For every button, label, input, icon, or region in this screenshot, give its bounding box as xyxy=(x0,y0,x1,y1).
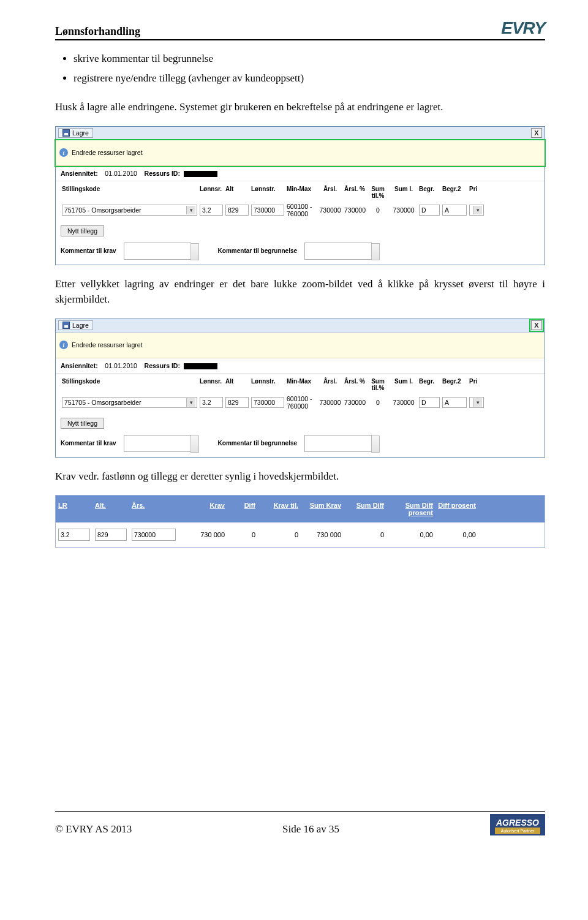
sumdiffp-value: 0,00 xyxy=(386,525,435,545)
sumtil-value: 0 xyxy=(366,397,390,408)
th-sumdiffp[interactable]: Sum Diff prosent xyxy=(386,496,435,522)
ansiennitet-value: 01.01.2010 xyxy=(105,362,137,369)
app-screenshot-2: Lagre X i Endrede ressurser lagret Ansie… xyxy=(55,319,545,458)
th-lonnstr: Lønnstr. xyxy=(250,376,285,393)
column-headers: Stillingskode Lønnsr. Alt Lønnstr. Min-M… xyxy=(56,374,545,393)
bullet-list: skrive kommentar til begrunnelse registr… xyxy=(74,53,545,85)
ars-input[interactable]: 730000 xyxy=(132,529,176,541)
th-diffp[interactable]: Diff prosent xyxy=(435,496,478,522)
save-button[interactable]: Lagre xyxy=(58,128,93,138)
nytt-tillegg-button[interactable]: Nytt tillegg xyxy=(61,418,104,429)
column-headers: Stillingskode Lønnsr. Alt Lønnstr. Min-M… xyxy=(56,181,545,201)
th-suml: Sum l. xyxy=(390,376,418,393)
th-stillingskode: Stillingskode xyxy=(61,184,198,201)
ansiennitet-label: Ansiennitet: xyxy=(61,362,98,369)
ansiennitet-value: 01.01.2010 xyxy=(105,170,137,177)
kommentar-begr-label: Kommentar til begrunnelse xyxy=(218,440,297,447)
nytt-tillegg-button[interactable]: Nytt tillegg xyxy=(61,225,104,236)
th-alt: Alt xyxy=(224,184,250,201)
bullet-item: registrere nye/endre tillegg (avhenger a… xyxy=(74,72,545,85)
stillingskode-select[interactable]: 751705 - Omsorgsarbeider xyxy=(62,205,197,216)
th-begr: Begr. xyxy=(418,184,441,201)
kommentar-begr-label: Kommentar til begrunnelse xyxy=(218,247,297,254)
begr2-input[interactable]: A xyxy=(442,397,467,408)
minmax-value: 600100 - 760000 xyxy=(285,393,317,412)
begr-input[interactable]: D xyxy=(419,397,440,408)
arslp-value: 730000 xyxy=(343,397,366,408)
th-sumdiff[interactable]: Sum Diff xyxy=(344,496,386,522)
lonnsr-input[interactable]: 3.2 xyxy=(200,397,223,408)
save-icon xyxy=(62,322,70,329)
th-arsl: Årsl. xyxy=(317,376,343,393)
lonnstr-input[interactable]: 730000 xyxy=(251,397,284,408)
close-button[interactable]: X xyxy=(531,320,542,330)
th-sumtil: Sum til.% xyxy=(366,184,390,201)
agresso-text: AGRESSO xyxy=(496,818,539,828)
pri-select[interactable] xyxy=(469,205,484,216)
th-sumkrav[interactable]: Sum Krav xyxy=(301,496,344,522)
begr-input[interactable]: D xyxy=(419,205,440,216)
save-button[interactable]: Lagre xyxy=(58,320,93,330)
comment-row: Kommentar til krav Kommentar til begrunn… xyxy=(56,432,545,457)
kommentar-krav-label: Kommentar til krav xyxy=(61,247,116,254)
pri-select[interactable] xyxy=(469,397,484,408)
th-begr2: Begr.2 xyxy=(441,184,468,201)
th-krav[interactable]: Krav xyxy=(178,496,227,522)
diff-value: 0 xyxy=(227,525,258,545)
sumkrav-value: 730 000 xyxy=(301,525,344,545)
info-icon: i xyxy=(59,341,68,349)
begr2-input[interactable]: A xyxy=(442,205,467,216)
message-text: Endrede ressurser lagret xyxy=(72,341,143,349)
agresso-logo: AGRESSO Autorisert Partner xyxy=(490,814,545,835)
bullet-item: skrive kommentar til begrunnelse xyxy=(74,53,545,65)
th-kravtil[interactable]: Krav til. xyxy=(258,496,301,522)
close-button[interactable]: X xyxy=(531,128,542,138)
kommentar-krav-label: Kommentar til krav xyxy=(61,440,116,447)
th-stillingskode: Stillingskode xyxy=(61,376,198,393)
th-minmax: Min-Max xyxy=(285,184,317,201)
kommentar-begr-input[interactable] xyxy=(304,435,372,452)
alt-input[interactable]: 829 xyxy=(225,397,249,408)
kravtil-value: 0 xyxy=(258,525,301,545)
meta-row: Ansiennitet: 01.01.2010 Ressurs ID: xyxy=(56,358,545,374)
alt-input[interactable]: 829 xyxy=(95,529,127,541)
th-ars[interactable]: Års. xyxy=(129,496,178,522)
arsl-value: 730000 xyxy=(317,397,343,408)
minmax-value: 600100 - 760000 xyxy=(285,201,317,219)
ressursid-label: Ressurs ID: xyxy=(145,362,180,369)
comment-row: Kommentar til krav Kommentar til begrunn… xyxy=(56,240,545,265)
save-label: Lagre xyxy=(72,129,89,137)
info-icon: i xyxy=(59,148,68,157)
kommentar-krav-input[interactable] xyxy=(124,243,191,260)
page-number: Side 16 av 35 xyxy=(282,823,339,835)
lonnsr-input[interactable]: 3.2 xyxy=(200,205,223,216)
th-lr[interactable]: LR xyxy=(56,496,92,522)
alt-input[interactable]: 829 xyxy=(225,205,249,216)
th-arslp: Årsl. % xyxy=(343,376,366,393)
meta-row: Ansiennitet: 01.01.2010 Ressurs ID: xyxy=(56,166,545,181)
suml-value: 730000 xyxy=(390,397,418,408)
page-footer: © EVRY AS 2013 Side 16 av 35 AGRESSO Aut… xyxy=(55,811,545,835)
th-minmax: Min-Max xyxy=(285,376,317,393)
sumdiff-value: 0 xyxy=(344,525,386,545)
th-lonnsr: Lønnsr. xyxy=(198,376,224,393)
th-pri: Pri xyxy=(468,184,485,201)
th-diff[interactable]: Diff xyxy=(227,496,258,522)
data-row: 751705 - Omsorgsarbeider 3.2 829 730000 … xyxy=(56,201,545,222)
diffp-value: 0,00 xyxy=(435,525,478,545)
th-begr: Begr. xyxy=(418,376,441,393)
lonnstr-input[interactable]: 730000 xyxy=(251,205,284,216)
th-lonnstr: Lønnstr. xyxy=(250,184,285,201)
th-pri: Pri xyxy=(468,376,485,393)
summary-header-row: LR Alt. Års. Krav Diff Krav til. Sum Kra… xyxy=(56,496,545,522)
arsl-value: 730000 xyxy=(317,205,343,216)
titlebar: Lagre X xyxy=(56,319,545,333)
sumtil-value: 0 xyxy=(366,205,390,216)
stillingskode-select[interactable]: 751705 - Omsorgsarbeider xyxy=(62,397,197,408)
redacted-id xyxy=(184,363,217,369)
kommentar-krav-input[interactable] xyxy=(124,435,191,452)
kommentar-begr-input[interactable] xyxy=(304,243,372,260)
arslp-value: 730000 xyxy=(343,205,366,216)
th-alt[interactable]: Alt. xyxy=(92,496,129,522)
lr-input[interactable]: 3.2 xyxy=(58,529,90,541)
